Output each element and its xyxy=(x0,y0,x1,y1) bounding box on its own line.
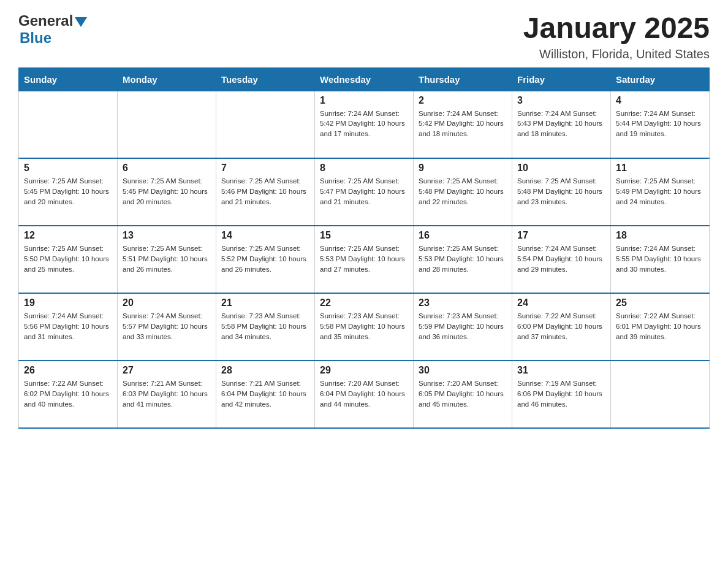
calendar-cell: 19Sunrise: 7:24 AM Sunset: 5:56 PM Dayli… xyxy=(19,293,118,361)
calendar-cell: 16Sunrise: 7:25 AM Sunset: 5:53 PM Dayli… xyxy=(414,226,512,293)
day-info: Sunrise: 7:19 AM Sunset: 6:06 PM Dayligh… xyxy=(517,378,605,409)
calendar-cell: 25Sunrise: 7:22 AM Sunset: 6:01 PM Dayli… xyxy=(611,293,710,361)
calendar-header-sunday: Sunday xyxy=(19,67,118,91)
calendar-header-thursday: Thursday xyxy=(414,67,512,91)
title-block: January 2025 Williston, Florida, United … xyxy=(523,12,710,61)
calendar-cell: 4Sunrise: 7:24 AM Sunset: 5:44 PM Daylig… xyxy=(611,91,710,158)
day-info: Sunrise: 7:21 AM Sunset: 6:04 PM Dayligh… xyxy=(221,378,309,409)
day-number: 27 xyxy=(123,365,211,376)
calendar-cell: 30Sunrise: 7:20 AM Sunset: 6:05 PM Dayli… xyxy=(414,361,512,428)
calendar-cell: 9Sunrise: 7:25 AM Sunset: 5:48 PM Daylig… xyxy=(414,158,512,226)
day-number: 18 xyxy=(616,230,704,241)
calendar-cell: 13Sunrise: 7:25 AM Sunset: 5:51 PM Dayli… xyxy=(118,226,216,293)
calendar-week-5: 26Sunrise: 7:22 AM Sunset: 6:02 PM Dayli… xyxy=(19,361,710,428)
calendar-cell xyxy=(611,361,710,428)
day-info: Sunrise: 7:24 AM Sunset: 5:54 PM Dayligh… xyxy=(517,243,605,274)
day-number: 24 xyxy=(517,297,605,308)
calendar-cell xyxy=(216,91,315,158)
day-info: Sunrise: 7:25 AM Sunset: 5:45 PM Dayligh… xyxy=(24,176,112,207)
day-number: 1 xyxy=(320,95,408,106)
calendar-cell: 11Sunrise: 7:25 AM Sunset: 5:49 PM Dayli… xyxy=(611,158,710,226)
calendar-header-saturday: Saturday xyxy=(611,67,710,91)
day-info: Sunrise: 7:25 AM Sunset: 5:52 PM Dayligh… xyxy=(221,243,309,274)
calendar-cell: 24Sunrise: 7:22 AM Sunset: 6:00 PM Dayli… xyxy=(512,293,611,361)
day-info: Sunrise: 7:25 AM Sunset: 5:53 PM Dayligh… xyxy=(320,243,408,274)
day-info: Sunrise: 7:20 AM Sunset: 6:04 PM Dayligh… xyxy=(320,378,408,409)
day-info: Sunrise: 7:25 AM Sunset: 5:48 PM Dayligh… xyxy=(419,176,507,207)
day-number: 31 xyxy=(517,365,605,376)
day-number: 25 xyxy=(616,297,704,308)
day-info: Sunrise: 7:24 AM Sunset: 5:56 PM Dayligh… xyxy=(24,311,112,342)
calendar-cell: 1Sunrise: 7:24 AM Sunset: 5:42 PM Daylig… xyxy=(315,91,414,158)
day-number: 8 xyxy=(320,163,408,174)
calendar-cell xyxy=(19,91,118,158)
day-number: 15 xyxy=(320,230,408,241)
day-info: Sunrise: 7:25 AM Sunset: 5:47 PM Dayligh… xyxy=(320,176,408,207)
day-info: Sunrise: 7:24 AM Sunset: 5:57 PM Dayligh… xyxy=(123,311,211,342)
calendar-cell: 22Sunrise: 7:23 AM Sunset: 5:58 PM Dayli… xyxy=(315,293,414,361)
day-info: Sunrise: 7:24 AM Sunset: 5:44 PM Dayligh… xyxy=(616,109,704,139)
calendar-cell: 31Sunrise: 7:19 AM Sunset: 6:06 PM Dayli… xyxy=(512,361,611,428)
day-info: Sunrise: 7:23 AM Sunset: 5:58 PM Dayligh… xyxy=(320,311,408,342)
day-number: 5 xyxy=(24,163,112,174)
day-info: Sunrise: 7:22 AM Sunset: 6:02 PM Dayligh… xyxy=(24,378,112,409)
day-info: Sunrise: 7:25 AM Sunset: 5:45 PM Dayligh… xyxy=(123,176,211,207)
calendar-cell: 7Sunrise: 7:25 AM Sunset: 5:46 PM Daylig… xyxy=(216,158,315,226)
calendar-cell: 27Sunrise: 7:21 AM Sunset: 6:03 PM Dayli… xyxy=(118,361,216,428)
day-number: 21 xyxy=(221,297,309,308)
calendar-cell: 10Sunrise: 7:25 AM Sunset: 5:48 PM Dayli… xyxy=(512,158,611,226)
day-number: 12 xyxy=(24,230,112,241)
day-number: 19 xyxy=(24,297,112,308)
logo-blue-text: Blue xyxy=(20,29,51,47)
calendar-cell: 3Sunrise: 7:24 AM Sunset: 5:43 PM Daylig… xyxy=(512,91,611,158)
calendar-week-3: 12Sunrise: 7:25 AM Sunset: 5:50 PM Dayli… xyxy=(19,226,710,293)
logo-general-text: General xyxy=(18,12,73,29)
day-number: 16 xyxy=(419,230,507,241)
month-title: January 2025 xyxy=(523,12,710,45)
day-number: 13 xyxy=(123,230,211,241)
calendar-week-1: 1Sunrise: 7:24 AM Sunset: 5:42 PM Daylig… xyxy=(19,91,710,158)
calendar-header-wednesday: Wednesday xyxy=(315,67,414,91)
calendar-header-monday: Monday xyxy=(118,67,216,91)
day-info: Sunrise: 7:25 AM Sunset: 5:49 PM Dayligh… xyxy=(616,176,704,207)
calendar-cell: 12Sunrise: 7:25 AM Sunset: 5:50 PM Dayli… xyxy=(19,226,118,293)
logo: General Blue xyxy=(18,12,87,47)
day-number: 11 xyxy=(616,163,704,174)
calendar-cell: 14Sunrise: 7:25 AM Sunset: 5:52 PM Dayli… xyxy=(216,226,315,293)
day-number: 17 xyxy=(517,230,605,241)
day-info: Sunrise: 7:25 AM Sunset: 5:50 PM Dayligh… xyxy=(24,243,112,274)
day-info: Sunrise: 7:20 AM Sunset: 6:05 PM Dayligh… xyxy=(419,378,507,409)
calendar-cell: 15Sunrise: 7:25 AM Sunset: 5:53 PM Dayli… xyxy=(315,226,414,293)
calendar-cell: 18Sunrise: 7:24 AM Sunset: 5:55 PM Dayli… xyxy=(611,226,710,293)
day-number: 20 xyxy=(123,297,211,308)
calendar-cell: 26Sunrise: 7:22 AM Sunset: 6:02 PM Dayli… xyxy=(19,361,118,428)
location-text: Williston, Florida, United States xyxy=(523,47,710,61)
calendar-header-tuesday: Tuesday xyxy=(216,67,315,91)
day-number: 6 xyxy=(123,163,211,174)
calendar-cell: 2Sunrise: 7:24 AM Sunset: 5:42 PM Daylig… xyxy=(414,91,512,158)
day-info: Sunrise: 7:24 AM Sunset: 5:55 PM Dayligh… xyxy=(616,243,704,274)
day-number: 26 xyxy=(24,365,112,376)
calendar-cell: 29Sunrise: 7:20 AM Sunset: 6:04 PM Dayli… xyxy=(315,361,414,428)
day-info: Sunrise: 7:23 AM Sunset: 5:58 PM Dayligh… xyxy=(221,311,309,342)
day-number: 7 xyxy=(221,163,309,174)
calendar-cell: 21Sunrise: 7:23 AM Sunset: 5:58 PM Dayli… xyxy=(216,293,315,361)
day-info: Sunrise: 7:21 AM Sunset: 6:03 PM Dayligh… xyxy=(123,378,211,409)
calendar-week-2: 5Sunrise: 7:25 AM Sunset: 5:45 PM Daylig… xyxy=(19,158,710,226)
day-number: 30 xyxy=(419,365,507,376)
logo-triangle-icon xyxy=(75,17,87,27)
day-number: 22 xyxy=(320,297,408,308)
calendar-cell: 20Sunrise: 7:24 AM Sunset: 5:57 PM Dayli… xyxy=(118,293,216,361)
calendar-week-4: 19Sunrise: 7:24 AM Sunset: 5:56 PM Dayli… xyxy=(19,293,710,361)
calendar-table: SundayMondayTuesdayWednesdayThursdayFrid… xyxy=(18,67,710,429)
calendar-cell: 23Sunrise: 7:23 AM Sunset: 5:59 PM Dayli… xyxy=(414,293,512,361)
calendar-cell: 6Sunrise: 7:25 AM Sunset: 5:45 PM Daylig… xyxy=(118,158,216,226)
day-info: Sunrise: 7:25 AM Sunset: 5:46 PM Dayligh… xyxy=(221,176,309,207)
day-number: 29 xyxy=(320,365,408,376)
calendar-cell: 5Sunrise: 7:25 AM Sunset: 5:45 PM Daylig… xyxy=(19,158,118,226)
day-info: Sunrise: 7:24 AM Sunset: 5:42 PM Dayligh… xyxy=(320,109,408,139)
day-info: Sunrise: 7:25 AM Sunset: 5:48 PM Dayligh… xyxy=(517,176,605,207)
calendar-header-friday: Friday xyxy=(512,67,611,91)
day-number: 3 xyxy=(517,95,605,106)
day-info: Sunrise: 7:22 AM Sunset: 6:00 PM Dayligh… xyxy=(517,311,605,342)
